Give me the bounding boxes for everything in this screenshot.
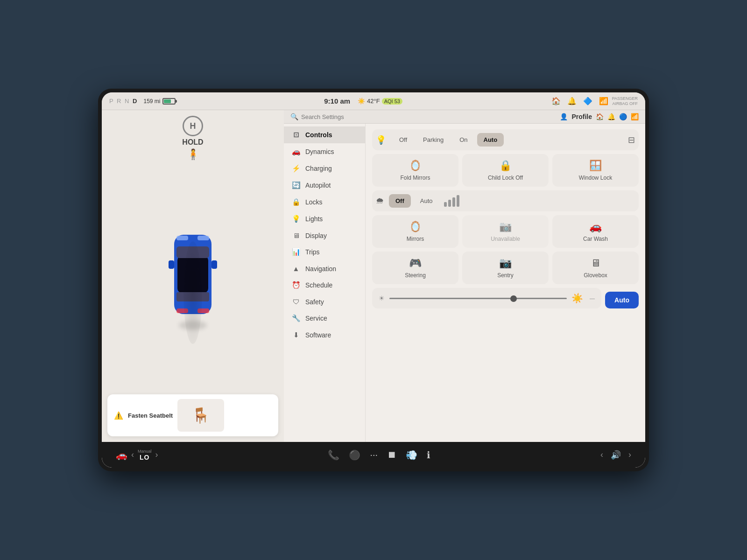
lte-icon: 📶 bbox=[631, 113, 639, 120]
ambient-light-icon: ⊟ bbox=[628, 135, 635, 145]
mileage: 159 mi bbox=[143, 98, 160, 105]
schedule-label: Schedule bbox=[305, 281, 332, 289]
camera-taskbar-icon[interactable]: ⚫ bbox=[349, 449, 360, 461]
sidebar-item-navigation[interactable]: ▲ Navigation bbox=[284, 260, 365, 277]
sidebar-item-trips[interactable]: 📊 Trips bbox=[284, 244, 365, 260]
feature-grid-row2: 🪞 Mirrors 📷 Unavailable 🚗 Car Wash bbox=[372, 215, 639, 248]
sidebar-item-service[interactable]: 🔧 Service bbox=[284, 310, 365, 327]
p-gear: P bbox=[109, 98, 114, 105]
screen: P R N D 159 mi 9:10 am ☀️ 42°F AQI bbox=[102, 92, 645, 468]
brightness-slider[interactable] bbox=[389, 298, 567, 299]
volume-control[interactable]: 🔊 bbox=[611, 450, 621, 460]
navigation-label: Navigation bbox=[305, 265, 336, 273]
lights-label: Lights bbox=[305, 215, 323, 223]
svg-rect-7 bbox=[197, 236, 209, 240]
fasten-seatbelt-text: Fasten Seatbelt bbox=[128, 412, 173, 419]
hold-text: HOLD bbox=[182, 138, 203, 147]
car-image-area bbox=[107, 161, 278, 394]
car-wash-label: Car Wash bbox=[583, 236, 608, 242]
profile-label[interactable]: Profile bbox=[571, 113, 592, 120]
taskbar-nav-back[interactable]: ‹ bbox=[131, 450, 134, 460]
sentry-tile[interactable]: 📷 Sentry bbox=[462, 252, 549, 284]
sidebar-item-charging[interactable]: ⚡ Charging bbox=[284, 160, 365, 177]
display-icon: 🖥 bbox=[291, 231, 301, 239]
wiper-speed-4[interactable] bbox=[457, 195, 459, 207]
child-lock-tile[interactable]: 🔒 Child Lock Off bbox=[462, 154, 549, 187]
sidebar-item-lights[interactable]: 💡 Lights bbox=[284, 210, 365, 227]
fold-mirrors-label: Fold Mirrors bbox=[400, 175, 430, 181]
charging-icon: ⚡ bbox=[291, 164, 301, 173]
wiper-speed-1[interactable] bbox=[444, 202, 447, 207]
feature-grid-row1: 🪞 Fold Mirrors 🔒 Child Lock Off 🪟 Window… bbox=[372, 154, 639, 187]
sidebar-item-display[interactable]: 🖥 Display bbox=[284, 227, 365, 244]
bluetooth-header-icon: 🔵 bbox=[619, 113, 627, 120]
taskbar: 🚗 ‹ Manual LO › 📞 ⚫ ··· ⏹ 💨 ℹ ‹ 🔊 bbox=[102, 442, 645, 468]
wiper-speed-2[interactable] bbox=[448, 200, 451, 207]
sidebar-item-safety[interactable]: 🛡 Safety bbox=[284, 294, 365, 310]
status-left: P R N D 159 mi bbox=[109, 98, 176, 105]
taskbar-right-arrow[interactable]: › bbox=[628, 450, 631, 460]
brightness-high-icon: ☀️ bbox=[571, 293, 583, 304]
sidebar-item-autopilot[interactable]: 🔄 Autopilot bbox=[284, 177, 365, 194]
trips-icon: 📊 bbox=[291, 248, 301, 256]
search-input[interactable] bbox=[301, 113, 555, 120]
sidebar-item-software[interactable]: ⬇ Software bbox=[284, 327, 365, 343]
sentry-icon: 📷 bbox=[499, 257, 512, 269]
car-panel: H HOLD 🧍 bbox=[102, 110, 284, 442]
steering-tile[interactable]: 🎮 Steering bbox=[372, 252, 458, 284]
weather-icon: ☀️ bbox=[358, 98, 365, 105]
fan-speed-control[interactable]: Manual LO bbox=[138, 449, 152, 461]
header-row: 🔍 👤 Profile 🏠 🔔 🔵 📶 bbox=[284, 110, 645, 124]
brightness-auto-button[interactable]: Auto bbox=[605, 292, 639, 308]
lights-auto-button[interactable]: Auto bbox=[477, 133, 504, 147]
navigation-icon: ▲ bbox=[291, 265, 301, 273]
taskbar-left-arrow[interactable]: ‹ bbox=[600, 450, 603, 460]
child-lock-icon: 🔒 bbox=[499, 160, 512, 172]
schedule-icon: ⏰ bbox=[291, 281, 301, 289]
window-lock-tile[interactable]: 🪟 Window Lock bbox=[552, 154, 639, 187]
seatbelt-status-icon: 🧍 bbox=[187, 148, 199, 161]
lights-on-button[interactable]: On bbox=[453, 133, 474, 147]
trips-label: Trips bbox=[305, 248, 320, 256]
r-gear: R bbox=[117, 98, 122, 105]
child-lock-label: Child Lock Off bbox=[488, 175, 523, 181]
info-icon[interactable]: ℹ bbox=[427, 449, 430, 461]
sidebar-item-dynamics[interactable]: 🚗 Dynamics bbox=[284, 143, 365, 160]
lock-status-icon: 🏠 bbox=[551, 97, 561, 105]
sidebar-item-schedule[interactable]: ⏰ Schedule bbox=[284, 277, 365, 294]
search-icon: 🔍 bbox=[290, 113, 298, 120]
volume-icon: 🔊 bbox=[611, 450, 621, 460]
fold-mirrors-tile[interactable]: 🪞 Fold Mirrors bbox=[372, 154, 458, 187]
car-home-icon[interactable]: 🚗 bbox=[116, 449, 127, 461]
wiper-speed-3[interactable] bbox=[452, 197, 455, 207]
mirrors-tile[interactable]: 🪞 Mirrors bbox=[372, 215, 458, 248]
media-icon[interactable]: ⏹ bbox=[387, 449, 396, 460]
passenger-airbag-label: PASSENGER AIRBAG OFF bbox=[612, 96, 638, 106]
sidebar: ⊡ Controls 🚗 Dynamics ⚡ Charging 🔄 bbox=[284, 124, 366, 442]
fan-icon[interactable]: 💨 bbox=[406, 449, 417, 461]
unavailable-label: Unavailable bbox=[491, 236, 520, 242]
unavailable-tile: 📷 Unavailable bbox=[462, 215, 549, 248]
mirrors-label: Mirrors bbox=[407, 236, 424, 242]
fan-manual-label: Manual bbox=[138, 449, 152, 454]
safety-icon: 🛡 bbox=[291, 298, 301, 306]
safety-label: Safety bbox=[305, 298, 324, 306]
car-wash-tile[interactable]: 🚗 Car Wash bbox=[552, 215, 639, 248]
fan-lo-label: LO bbox=[140, 454, 149, 461]
sidebar-item-locks[interactable]: 🔒 Locks bbox=[284, 194, 365, 210]
lights-off-button[interactable]: Off bbox=[393, 133, 414, 147]
lights-parking-button[interactable]: Parking bbox=[416, 133, 450, 147]
battery-info: 159 mi bbox=[143, 98, 175, 105]
fold-mirrors-icon: 🪞 bbox=[409, 160, 422, 172]
phone-icon[interactable]: 📞 bbox=[328, 449, 339, 461]
taskbar-right: ‹ 🔊 › bbox=[600, 450, 631, 460]
status-center: 9:10 am ☀️ 42°F AQI 53 bbox=[176, 97, 551, 105]
taskbar-nav-forward-fan[interactable]: › bbox=[155, 450, 158, 460]
wiper-auto-button[interactable]: Auto bbox=[414, 194, 439, 208]
wiper-off-button[interactable]: Off bbox=[389, 194, 411, 208]
apps-icon[interactable]: ··· bbox=[370, 449, 378, 460]
sidebar-item-controls[interactable]: ⊡ Controls bbox=[284, 126, 365, 143]
taskbar-left: 🚗 ‹ Manual LO › bbox=[116, 449, 158, 461]
glovebox-tile[interactable]: 🖥 Glovebox bbox=[552, 252, 639, 284]
search-container[interactable]: 🔍 bbox=[290, 113, 555, 120]
